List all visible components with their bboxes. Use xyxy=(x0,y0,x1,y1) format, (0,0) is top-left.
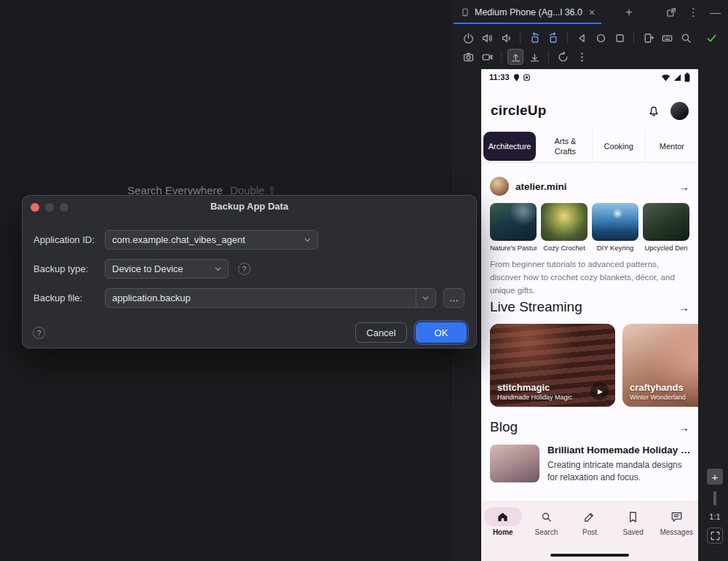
open-in-window-icon[interactable] xyxy=(665,7,677,18)
blog-title: Blog xyxy=(490,419,518,435)
tab-architecture[interactable]: Architecture xyxy=(483,132,537,161)
project-card[interactable]: DIY Keyring xyxy=(592,203,638,252)
project-thumbnail xyxy=(490,203,537,241)
dialog-help-button[interactable]: ? xyxy=(33,327,45,339)
notifications-bell-icon[interactable] xyxy=(646,103,661,118)
toolbar-separator xyxy=(567,32,568,44)
new-tab-button[interactable]: + xyxy=(620,0,638,24)
reset-icon[interactable] xyxy=(555,49,571,65)
signal-icon xyxy=(673,73,681,81)
live-streaming-arrow-icon[interactable]: → xyxy=(678,301,689,314)
keyboard-icon[interactable] xyxy=(659,30,675,46)
project-card[interactable]: Cozy Crochet xyxy=(541,203,587,252)
tab-title: Medium Phone (Ag...l 36.0 xyxy=(475,7,582,17)
project-card[interactable]: Upcycled Den xyxy=(643,203,689,252)
creator-arrow-icon[interactable]: → xyxy=(678,180,689,193)
gesture-handle[interactable] xyxy=(550,554,629,557)
chevron-down-icon xyxy=(213,263,223,274)
nav-pill xyxy=(571,507,609,526)
nav-label: Search xyxy=(535,528,558,536)
zoom-drag-handle[interactable] xyxy=(713,491,716,506)
nav-item-home[interactable]: Home xyxy=(481,507,525,561)
live-stream-subtitle: Handmade Holiday Magic xyxy=(497,394,572,401)
creator-name: atelier.mini xyxy=(515,181,567,192)
android-overview-icon[interactable] xyxy=(612,30,628,46)
minimize-icon[interactable]: — xyxy=(710,7,721,17)
toolbar-separator xyxy=(548,51,549,63)
cancel-button[interactable]: Cancel xyxy=(355,322,407,343)
toolbar-separator xyxy=(520,32,521,44)
restore-app-data-icon[interactable] xyxy=(526,49,542,65)
notification-icon xyxy=(523,74,530,81)
emulator-screen[interactable]: 11:33 circleUp Architecture Arts & Craft… xyxy=(481,69,698,561)
screenshot-root: { "window": { "tab_title": "Medium Phone… xyxy=(0,0,728,561)
creator-row[interactable]: atelier.mini → xyxy=(490,175,689,197)
emulator-device-tab[interactable]: Medium Phone (Ag...l 36.0 × xyxy=(454,0,601,24)
screen-record-icon[interactable] xyxy=(479,49,495,65)
backup-app-data-icon[interactable] xyxy=(507,49,523,65)
nav-item-post[interactable]: Post xyxy=(568,507,612,561)
application-id-label: Application ID: xyxy=(33,230,95,250)
nav-item-messages[interactable]: Messages xyxy=(654,507,698,561)
rotate-right-icon[interactable] xyxy=(545,30,561,46)
backup-file-field[interactable]: application.backup xyxy=(105,288,436,308)
blog-post-body: Creating intricate mandala designs for r… xyxy=(547,459,692,485)
zoom-in-button[interactable]: + xyxy=(707,469,723,485)
more-options-icon[interactable] xyxy=(574,49,590,65)
project-card[interactable]: Nature's Pasture xyxy=(490,203,537,252)
backup-type-help-icon[interactable]: ? xyxy=(238,263,250,275)
search-icon xyxy=(539,510,553,524)
blog-post-text: Brilliant Homemade Holiday … Creating in… xyxy=(547,445,692,485)
volume-down-icon[interactable] xyxy=(498,30,514,46)
android-home-icon[interactable] xyxy=(593,30,609,46)
tab-close-icon[interactable]: × xyxy=(589,7,595,18)
tab-label: Mentor xyxy=(660,141,684,151)
live-stream-card[interactable]: craftyhands Winter Wonderland xyxy=(622,324,698,407)
panel-options-kebab-icon[interactable]: ⋮ xyxy=(688,7,699,17)
battery-icon xyxy=(684,73,690,82)
chevron-down-icon xyxy=(302,234,313,245)
emulator-toolbar-row2 xyxy=(460,49,590,65)
nav-label: Home xyxy=(493,528,513,536)
nav-item-saved[interactable]: Saved xyxy=(612,507,655,561)
application-id-combobox[interactable]: com.example.chat_vibes_agent xyxy=(105,230,318,250)
live-stream-name: stitchmagic xyxy=(497,382,572,393)
chat-icon xyxy=(670,510,684,524)
browse-button[interactable]: … xyxy=(443,288,464,308)
fit-to-window-button[interactable] xyxy=(707,528,723,544)
project-card-label: Cozy Crochet xyxy=(541,244,587,252)
blog-header: Blog → xyxy=(490,419,689,435)
play-icon[interactable]: ▶ xyxy=(590,382,609,400)
live-stream-subtitle: Winter Wonderland xyxy=(630,394,686,401)
creator-description: From beginner tutorials to advanced patt… xyxy=(490,258,689,297)
nav-item-search[interactable]: Search xyxy=(525,507,569,561)
android-back-icon[interactable] xyxy=(574,30,590,46)
chevron-down-icon xyxy=(420,293,431,303)
backup-type-combobox[interactable]: Device to Device xyxy=(105,259,229,279)
power-icon[interactable] xyxy=(460,30,476,46)
zoom-icon[interactable] xyxy=(678,30,694,46)
tab-label: Arts & Crafts xyxy=(542,136,587,157)
field-divider xyxy=(416,289,416,307)
screenshot-camera-icon[interactable] xyxy=(460,49,476,65)
backup-app-data-dialog: Backup App Data Application ID: com.exam… xyxy=(22,195,477,349)
nav-active-pill xyxy=(484,507,522,526)
tab-cooking[interactable]: Cooking xyxy=(593,130,646,162)
tab-mentor[interactable]: Mentor xyxy=(646,130,698,162)
volume-up-icon[interactable] xyxy=(479,30,495,46)
home-icon xyxy=(496,510,510,524)
live-stream-card[interactable]: stitchmagic Handmade Holiday Magic ▶ xyxy=(490,324,615,407)
blog-arrow-icon[interactable]: → xyxy=(678,421,689,434)
ok-button[interactable]: OK xyxy=(416,322,467,343)
live-stream-name: craftyhands xyxy=(630,382,686,393)
profile-avatar[interactable] xyxy=(670,102,689,120)
category-tabs: Architecture Arts & Crafts Cooking Mento… xyxy=(481,130,698,163)
rotate-left-icon[interactable] xyxy=(526,30,542,46)
project-thumbnail xyxy=(541,203,587,241)
blog-post[interactable]: Brilliant Homemade Holiday … Creating in… xyxy=(490,445,692,485)
backup-type-value: Device to Device xyxy=(112,263,213,274)
application-id-value: com.example.chat_vibes_agent xyxy=(112,234,302,245)
tab-arts-crafts[interactable]: Arts & Crafts xyxy=(539,130,592,162)
hardware-input-icon[interactable] xyxy=(640,30,656,46)
status-bar: 11:33 xyxy=(481,69,698,85)
